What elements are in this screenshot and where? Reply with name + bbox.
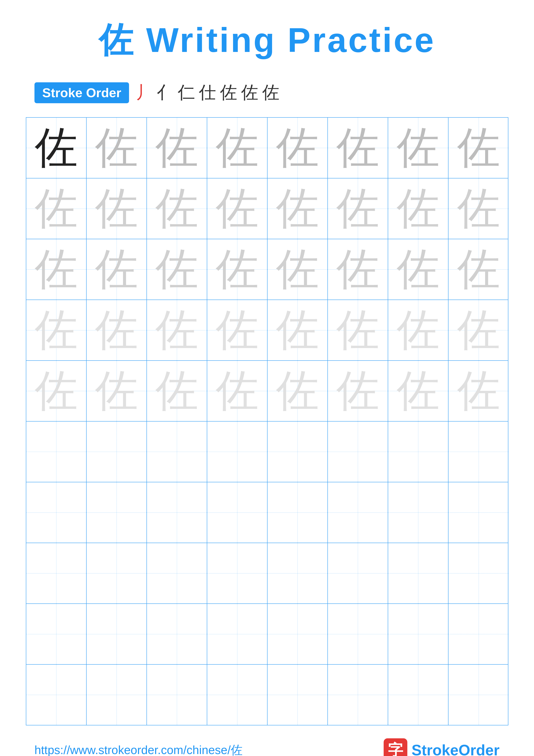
grid-cell-9-4[interactable] bbox=[207, 604, 267, 664]
grid-cell-7-2[interactable] bbox=[87, 482, 147, 543]
grid-cell-6-8[interactable] bbox=[448, 421, 509, 482]
char-display: 佐 bbox=[216, 248, 259, 291]
grid-cell-6-7[interactable] bbox=[388, 421, 448, 482]
grid-cell-4-5: 佐 bbox=[267, 300, 328, 360]
grid-cell-9-5[interactable] bbox=[267, 604, 328, 664]
footer-brand-name: StrokeOrder bbox=[412, 742, 499, 756]
grid-cell-10-3[interactable] bbox=[147, 664, 207, 725]
char-display: 佐 bbox=[396, 187, 440, 230]
grid-cell-7-6[interactable] bbox=[328, 482, 388, 543]
grid-cell-2-4: 佐 bbox=[207, 178, 267, 239]
char-display: 佐 bbox=[457, 248, 500, 291]
char-display: 佐 bbox=[216, 126, 259, 169]
grid-cell-7-1[interactable] bbox=[26, 482, 87, 543]
grid-cell-3-4: 佐 bbox=[207, 239, 267, 300]
grid-cell-6-1[interactable] bbox=[26, 421, 87, 482]
grid-cell-1-5: 佐 bbox=[267, 118, 328, 178]
char-display: 佐 bbox=[216, 309, 259, 352]
grid-cell-8-2[interactable] bbox=[87, 543, 147, 604]
grid-cell-2-1: 佐 bbox=[26, 178, 87, 239]
grid-cell-10-5[interactable] bbox=[267, 664, 328, 725]
stroke-char-6: 佐 bbox=[241, 81, 258, 104]
grid-cell-10-4[interactable] bbox=[207, 664, 267, 725]
grid-cell-9-1[interactable] bbox=[26, 604, 87, 664]
char-display: 佐 bbox=[396, 369, 440, 413]
grid-row-10 bbox=[26, 664, 508, 725]
grid-cell-9-7[interactable] bbox=[388, 604, 448, 664]
grid-cell-5-4: 佐 bbox=[207, 361, 267, 421]
grid-cell-9-6[interactable] bbox=[328, 604, 388, 664]
grid-row-2: 佐 佐 佐 佐 佐 佐 佐 佐 bbox=[26, 178, 508, 239]
char-display: 佐 bbox=[336, 369, 379, 413]
grid-cell-3-7: 佐 bbox=[388, 239, 448, 300]
grid-cell-3-5: 佐 bbox=[267, 239, 328, 300]
practice-grid: 佐 佐 佐 佐 佐 佐 佐 佐 佐 佐 佐 佐 佐 佐 佐 佐 佐 佐 佐 佐 … bbox=[26, 117, 508, 725]
char-display: 佐 bbox=[396, 309, 440, 352]
grid-cell-5-5: 佐 bbox=[267, 361, 328, 421]
char-display: 佐 bbox=[35, 187, 78, 230]
grid-cell-4-3: 佐 bbox=[147, 300, 207, 360]
grid-cell-6-4[interactable] bbox=[207, 421, 267, 482]
char-display: 佐 bbox=[336, 248, 379, 291]
stroke-char-7: 佐 bbox=[262, 81, 279, 104]
grid-cell-8-3[interactable] bbox=[147, 543, 207, 604]
grid-cell-1-2: 佐 bbox=[87, 118, 147, 178]
grid-cell-6-5[interactable] bbox=[267, 421, 328, 482]
grid-cell-1-7: 佐 bbox=[388, 118, 448, 178]
grid-cell-6-6[interactable] bbox=[328, 421, 388, 482]
char-display: 佐 bbox=[95, 126, 138, 169]
grid-cell-7-5[interactable] bbox=[267, 482, 328, 543]
stroke-char-3: 仁 bbox=[178, 81, 195, 104]
grid-cell-10-1[interactable] bbox=[26, 664, 87, 725]
grid-cell-6-2[interactable] bbox=[87, 421, 147, 482]
char-display: 佐 bbox=[95, 369, 138, 413]
footer-logo-icon: 字 bbox=[384, 738, 407, 756]
stroke-order-row: Stroke Order 丿 亻 仁 仕 佐 佐 佐 bbox=[26, 81, 508, 104]
grid-cell-5-7: 佐 bbox=[388, 361, 448, 421]
char-display: 佐 bbox=[276, 187, 319, 230]
grid-cell-9-2[interactable] bbox=[87, 604, 147, 664]
grid-cell-3-3: 佐 bbox=[147, 239, 207, 300]
grid-cell-5-2: 佐 bbox=[87, 361, 147, 421]
grid-cell-7-8[interactable] bbox=[448, 482, 509, 543]
grid-row-4: 佐 佐 佐 佐 佐 佐 佐 佐 bbox=[26, 300, 508, 361]
page-title: 佐 Writing Practice bbox=[99, 17, 436, 64]
grid-cell-8-5[interactable] bbox=[267, 543, 328, 604]
char-display: 佐 bbox=[95, 309, 138, 352]
grid-cell-8-8[interactable] bbox=[448, 543, 509, 604]
grid-cell-1-4: 佐 bbox=[207, 118, 267, 178]
grid-cell-9-8[interactable] bbox=[448, 604, 509, 664]
grid-row-3: 佐 佐 佐 佐 佐 佐 佐 佐 bbox=[26, 239, 508, 300]
grid-cell-8-1[interactable] bbox=[26, 543, 87, 604]
char-display: 佐 bbox=[216, 187, 259, 230]
grid-cell-9-3[interactable] bbox=[147, 604, 207, 664]
grid-cell-10-2[interactable] bbox=[87, 664, 147, 725]
grid-cell-8-7[interactable] bbox=[388, 543, 448, 604]
grid-cell-8-4[interactable] bbox=[207, 543, 267, 604]
grid-row-1: 佐 佐 佐 佐 佐 佐 佐 佐 bbox=[26, 118, 508, 178]
grid-cell-4-1: 佐 bbox=[26, 300, 87, 360]
char-display: 佐 bbox=[276, 309, 319, 352]
grid-cell-2-5: 佐 bbox=[267, 178, 328, 239]
grid-cell-10-7[interactable] bbox=[388, 664, 448, 725]
grid-cell-8-6[interactable] bbox=[328, 543, 388, 604]
grid-cell-10-8[interactable] bbox=[448, 664, 509, 725]
grid-cell-7-4[interactable] bbox=[207, 482, 267, 543]
grid-cell-3-1: 佐 bbox=[26, 239, 87, 300]
grid-cell-7-7[interactable] bbox=[388, 482, 448, 543]
footer-brand: 字 StrokeOrder bbox=[384, 738, 499, 756]
grid-cell-3-6: 佐 bbox=[328, 239, 388, 300]
char-display: 佐 bbox=[35, 309, 78, 352]
grid-cell-5-1: 佐 bbox=[26, 361, 87, 421]
char-display: 佐 bbox=[336, 187, 379, 230]
stroke-order-badge: Stroke Order bbox=[35, 82, 129, 103]
grid-cell-4-2: 佐 bbox=[87, 300, 147, 360]
grid-cell-10-6[interactable] bbox=[328, 664, 388, 725]
grid-cell-6-3[interactable] bbox=[147, 421, 207, 482]
grid-cell-7-3[interactable] bbox=[147, 482, 207, 543]
char-display: 佐 bbox=[276, 369, 319, 413]
footer-brand-name-text: StrokeOrder bbox=[412, 742, 499, 756]
grid-cell-5-6: 佐 bbox=[328, 361, 388, 421]
char-display: 佐 bbox=[457, 309, 500, 352]
footer-url[interactable]: https://www.strokeorder.com/chinese/佐 bbox=[35, 742, 242, 756]
